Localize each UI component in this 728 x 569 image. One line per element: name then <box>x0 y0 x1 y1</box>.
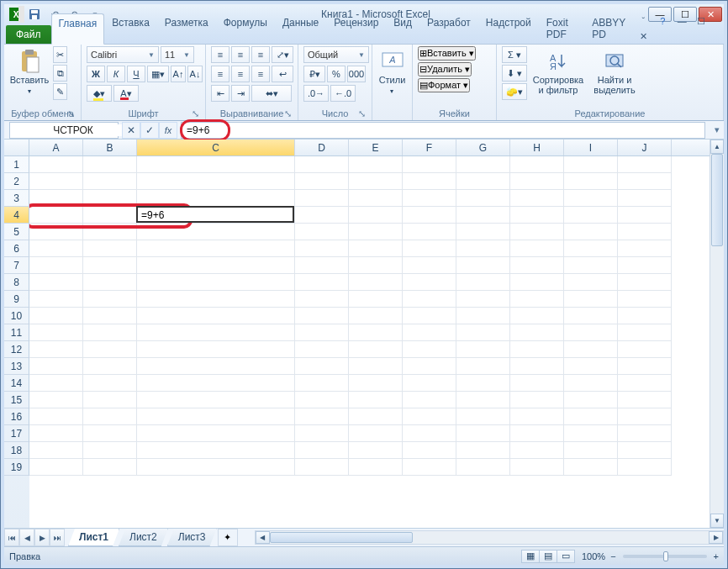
row-header[interactable]: 12 <box>4 341 29 358</box>
cell[interactable] <box>564 207 618 224</box>
cell[interactable] <box>510 408 564 425</box>
cell[interactable] <box>456 425 510 442</box>
name-box[interactable]: ▼ <box>9 122 119 139</box>
help-button[interactable]: ? <box>655 13 670 29</box>
cell[interactable] <box>83 156 137 173</box>
cell[interactable] <box>403 274 456 291</box>
cell[interactable] <box>83 375 137 392</box>
column-header[interactable]: E <box>349 140 403 155</box>
zoom-in-button[interactable]: + <box>714 551 719 561</box>
cell[interactable] <box>83 240 137 257</box>
cell[interactable] <box>29 291 83 308</box>
ribbon-minimize-button[interactable]: ˇ <box>636 13 651 29</box>
cell[interactable] <box>83 291 137 308</box>
cell[interactable] <box>349 257 403 274</box>
cell[interactable] <box>403 240 456 257</box>
cell[interactable] <box>349 308 403 324</box>
font-name-combo[interactable]: Calibri▼ <box>87 46 159 63</box>
number-format-combo[interactable]: Общий▼ <box>303 46 369 63</box>
cell[interactable] <box>403 358 456 375</box>
wrap-text-button[interactable]: ↩ <box>272 66 293 82</box>
cell[interactable] <box>29 190 83 207</box>
cell[interactable] <box>510 425 564 442</box>
font-color-button[interactable]: A▾ <box>113 85 139 102</box>
cell[interactable] <box>137 190 295 207</box>
row-header[interactable]: 4 <box>4 207 29 224</box>
qat-save-button[interactable] <box>26 6 43 23</box>
cell[interactable] <box>564 291 618 308</box>
cell[interactable] <box>29 240 83 257</box>
align-bottom-button[interactable]: ≡ <box>251 46 270 63</box>
ribbon-tab[interactable]: Главная <box>51 13 105 45</box>
cell[interactable] <box>137 324 295 341</box>
cell[interactable] <box>29 274 83 291</box>
cell[interactable] <box>564 358 618 375</box>
cell[interactable] <box>618 425 672 442</box>
cell[interactable] <box>349 240 403 257</box>
cell[interactable] <box>295 240 349 257</box>
font-size-combo[interactable]: 11▼ <box>161 46 194 63</box>
cell[interactable] <box>564 459 618 476</box>
column-header[interactable]: F <box>403 140 456 155</box>
formula-enter-button[interactable]: ✓ <box>140 122 159 139</box>
cell[interactable] <box>29 442 83 459</box>
cell[interactable] <box>510 324 564 341</box>
cell[interactable] <box>83 274 137 291</box>
cell[interactable] <box>137 173 295 190</box>
hscroll-thumb[interactable] <box>270 532 413 543</box>
cell[interactable] <box>83 408 137 425</box>
cell[interactable] <box>83 358 137 375</box>
cell[interactable] <box>83 324 137 341</box>
cell[interactable] <box>618 341 672 358</box>
scroll-down-button[interactable]: ▼ <box>710 514 724 528</box>
cell[interactable] <box>456 156 510 173</box>
row-header[interactable]: 11 <box>4 324 29 341</box>
tab-next-button[interactable]: ▶ <box>34 529 50 546</box>
cell[interactable] <box>510 224 564 240</box>
insert-function-button[interactable]: fx <box>159 122 177 139</box>
cell[interactable] <box>564 257 618 274</box>
cell[interactable] <box>564 308 618 324</box>
cell[interactable] <box>349 156 403 173</box>
cell[interactable] <box>564 190 618 207</box>
cell[interactable] <box>403 257 456 274</box>
cell[interactable] <box>137 156 295 173</box>
cell[interactable] <box>29 425 83 442</box>
cell[interactable] <box>618 190 672 207</box>
cell[interactable] <box>403 425 456 442</box>
cell[interactable] <box>456 375 510 392</box>
cell[interactable] <box>137 442 295 459</box>
cell[interactable] <box>618 375 672 392</box>
ribbon-tab[interactable]: Разметка <box>157 13 216 44</box>
cell[interactable] <box>403 291 456 308</box>
row-header[interactable]: 18 <box>4 442 29 459</box>
cell[interactable] <box>403 324 456 341</box>
cell[interactable] <box>510 341 564 358</box>
scroll-right-button[interactable]: ▶ <box>709 531 723 544</box>
accounting-button[interactable]: ₽▾ <box>303 66 325 82</box>
cell[interactable] <box>510 207 564 224</box>
cell[interactable] <box>137 459 295 476</box>
cell[interactable] <box>83 442 137 459</box>
cell[interactable] <box>137 240 295 257</box>
cell[interactable] <box>29 375 83 392</box>
column-header[interactable]: A <box>29 140 83 155</box>
cell[interactable] <box>349 408 403 425</box>
row-header[interactable]: 8 <box>4 274 29 291</box>
row-header[interactable]: 10 <box>4 308 29 324</box>
column-header[interactable]: J <box>618 140 672 155</box>
ribbon-tab[interactable]: Вставка <box>104 13 157 44</box>
cell[interactable] <box>510 190 564 207</box>
sort-filter-button[interactable]: AЯ Сортировка и фильтр <box>530 46 586 95</box>
cell[interactable] <box>456 324 510 341</box>
cell[interactable] <box>295 207 349 224</box>
cell[interactable] <box>349 173 403 190</box>
delete-cells-button[interactable]: ⊟Удалить ▾ <box>418 62 472 76</box>
cell[interactable] <box>83 224 137 240</box>
select-all-corner[interactable] <box>4 140 29 155</box>
cell[interactable] <box>456 274 510 291</box>
cell[interactable] <box>564 224 618 240</box>
cell[interactable] <box>456 190 510 207</box>
cell[interactable] <box>349 341 403 358</box>
cell[interactable] <box>295 425 349 442</box>
